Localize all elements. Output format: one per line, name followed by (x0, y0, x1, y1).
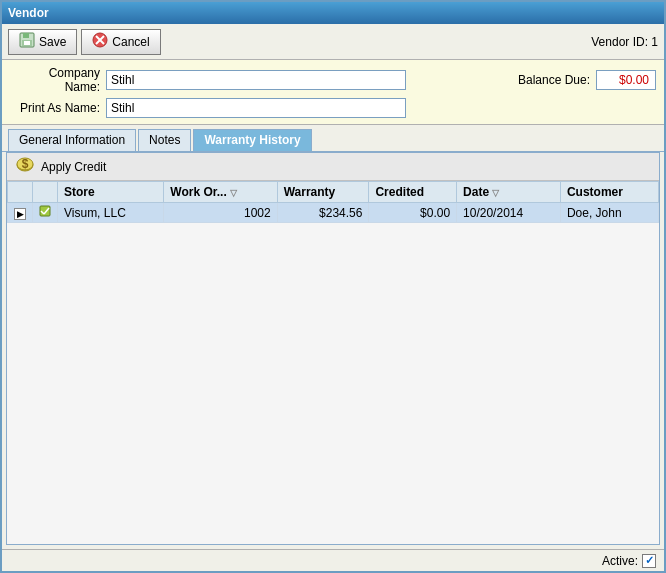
save-button[interactable]: Save (8, 29, 77, 55)
toolbar-left: Save Cancel (8, 29, 161, 55)
tab-notes[interactable]: Notes (138, 129, 191, 151)
print-as-input[interactable] (106, 98, 406, 118)
company-name-row: Company Name: Balance Due: $0.00 (10, 66, 656, 94)
action-bar: $ Apply Credit (7, 153, 659, 181)
svg-text:$: $ (22, 157, 29, 171)
apply-credit-icon: $ (15, 156, 35, 177)
row-credited: $0.00 (369, 203, 457, 223)
row-checkbox-cell (33, 203, 58, 223)
vendor-id-value: 1 (651, 35, 658, 49)
table-row[interactable]: ▶ Visum, LLC 100 (8, 203, 659, 223)
company-name-label: Company Name: (10, 66, 100, 94)
apply-credit-label[interactable]: Apply Credit (41, 160, 106, 174)
col-checkbox (33, 182, 58, 203)
warranty-table-container: Store Work Or... ▽ Warranty Credited (7, 181, 659, 544)
svg-rect-3 (24, 41, 30, 45)
balance-label: Balance Due: (518, 73, 590, 87)
window-title: Vendor (8, 6, 49, 20)
status-bar: Active: ✓ (2, 549, 664, 571)
tabs-bar: General Information Notes Warranty Histo… (2, 125, 664, 152)
save-icon (19, 32, 35, 51)
cancel-label: Cancel (112, 35, 149, 49)
vendor-id-area: Vendor ID: 1 (591, 35, 658, 49)
row-warranty: $234.56 (277, 203, 369, 223)
work-order-sort-icon: ▽ (230, 188, 237, 198)
col-date[interactable]: Date ▽ (457, 182, 561, 203)
cancel-icon (92, 32, 108, 51)
company-name-input[interactable] (106, 70, 406, 90)
row-expand-button[interactable]: ▶ (14, 208, 26, 220)
vendor-window: Vendor Save (0, 0, 666, 573)
balance-area: Balance Due: $0.00 (518, 70, 656, 90)
col-credited[interactable]: Credited (369, 182, 457, 203)
print-as-row: Print As Name: (10, 98, 656, 118)
row-date: 10/20/2014 (457, 203, 561, 223)
title-bar: Vendor (2, 2, 664, 24)
vendor-id-label: Vendor ID: (591, 35, 648, 49)
col-work-order[interactable]: Work Or... ▽ (164, 182, 277, 203)
row-customer: Doe, John (560, 203, 658, 223)
table-header-row: Store Work Or... ▽ Warranty Credited (8, 182, 659, 203)
cancel-button[interactable]: Cancel (81, 29, 160, 55)
row-expand-cell[interactable]: ▶ (8, 203, 33, 223)
row-status-icon (39, 206, 51, 220)
active-label: Active: (602, 554, 638, 568)
form-area: Company Name: Balance Due: $0.00 Print A… (2, 60, 664, 125)
row-work-order: 1002 (164, 203, 277, 223)
date-sort-icon: ▽ (492, 188, 499, 198)
col-expand (8, 182, 33, 203)
print-as-label: Print As Name: (10, 101, 100, 115)
checkmark-icon: ✓ (645, 554, 654, 567)
tab-general-information[interactable]: General Information (8, 129, 136, 151)
save-label: Save (39, 35, 66, 49)
col-warranty[interactable]: Warranty (277, 182, 369, 203)
active-checkbox[interactable]: ✓ (642, 554, 656, 568)
tab-warranty-history[interactable]: Warranty History (193, 129, 311, 151)
warranty-table: Store Work Or... ▽ Warranty Credited (7, 181, 659, 223)
col-store[interactable]: Store (58, 182, 164, 203)
balance-value: $0.00 (596, 70, 656, 90)
row-store: Visum, LLC (58, 203, 164, 223)
col-customer[interactable]: Customer (560, 182, 658, 203)
svg-rect-1 (23, 33, 29, 38)
toolbar: Save Cancel Vendor ID: 1 (2, 24, 664, 60)
tab-content-warranty: $ Apply Credit Store Work Or... (6, 152, 660, 545)
